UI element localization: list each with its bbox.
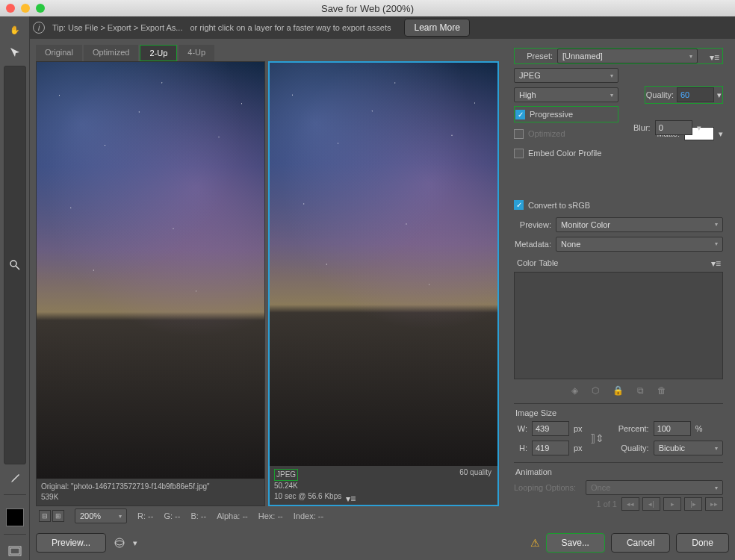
quality-preset-select[interactable]: High▾ — [514, 87, 618, 102]
tip-text-1: Tip: Use File > Export > Export As... — [52, 23, 182, 32]
looping-label: Looping Options: — [514, 483, 581, 492]
blur-input[interactable] — [655, 120, 692, 135]
browser-preview-icon[interactable] — [112, 537, 127, 549]
quality-input[interactable] — [677, 87, 714, 102]
metadata-value: None — [561, 240, 580, 249]
save-button[interactable]: Save... — [546, 533, 605, 553]
titlebar: Save for Web (200%) — [0, 0, 735, 16]
image-size-header: Image Size — [514, 407, 723, 420]
original-size: 539K — [41, 492, 260, 503]
settings-panel: Preset: [Unnamed]▾ ▾≡ JPEG▾ High▾ Qualit… — [508, 45, 729, 515]
metadata-label: Metadata: — [514, 240, 551, 249]
embed-profile-label: Embed Color Profile — [528, 149, 601, 158]
quality-preset-value: High — [519, 90, 536, 99]
status-bar: ⊟ ⊞ 200%▾ R: -- G: -- B: -- Alpha: -- He… — [36, 508, 511, 524]
svg-point-4 — [115, 538, 124, 547]
preset-label: Preset: — [515, 52, 553, 60]
tool-column: ✋ — [0, 16, 30, 560]
zoom-in-icon[interactable]: ⊞ — [52, 510, 64, 522]
tab-4up[interactable]: 4-Up — [179, 45, 214, 61]
metadata-select[interactable]: None▾ — [556, 237, 723, 252]
resample-quality-label: Quality: — [612, 444, 649, 452]
optimize-menu-icon[interactable]: ▾≡ — [710, 52, 722, 60]
optimized-quality-text: 60 quality — [459, 468, 491, 476]
width-input[interactable] — [532, 421, 569, 436]
eyedropper-color-swatch[interactable] — [6, 508, 24, 526]
embed-profile-checkbox[interactable] — [514, 149, 524, 158]
format-select[interactable]: JPEG▾ — [514, 68, 618, 83]
tip-text-2: or right click on a layer for a faster w… — [190, 23, 391, 32]
blur-label: Blur: — [633, 123, 651, 132]
bottom-bar: Preview... ▾ ⚠ Save... Cancel Done — [36, 532, 729, 554]
tab-optimized[interactable]: Optimized — [84, 45, 139, 61]
lock-icon[interactable]: 🔒 — [612, 385, 624, 396]
zoom-select[interactable]: 200%▾ — [75, 508, 127, 523]
height-input[interactable] — [532, 441, 569, 455]
prev-frame-icon: ◂| — [642, 497, 660, 511]
hex-readout: Hex: -- — [258, 511, 283, 520]
color-table-label: Color Table — [517, 258, 558, 267]
learn-more-button[interactable]: Learn More — [404, 19, 469, 37]
resample-quality-select[interactable]: Bicubic▾ — [654, 441, 723, 455]
optimized-download-time: 10 sec @ 56.6 Kbps — [274, 491, 341, 502]
slice-select-tool-icon[interactable] — [4, 43, 26, 61]
preview-value: Monitor Color — [561, 220, 610, 229]
preset-select[interactable]: [Unnamed]▾ — [557, 49, 698, 63]
new-color-icon[interactable]: ⧉ — [637, 385, 644, 396]
height-label: H: — [514, 444, 527, 452]
slice-visibility-icon[interactable] — [4, 542, 26, 560]
snap-web-icon[interactable]: ◈ — [571, 385, 578, 396]
preview-pane-optimized[interactable]: 60 quality JPEG 50.24K 10 sec @ 56.6 Kbp… — [268, 61, 499, 506]
original-image[interactable] — [37, 62, 264, 479]
svg-rect-3 — [10, 548, 19, 554]
preview-button[interactable]: Preview... — [36, 533, 106, 553]
percent-unit: % — [695, 424, 703, 433]
tab-original[interactable]: Original — [36, 45, 82, 61]
blur-slider-icon[interactable]: ▾ — [697, 123, 701, 133]
info-icon: i — [33, 22, 45, 34]
first-frame-icon: ◂◂ — [621, 497, 639, 511]
resample-quality-value: Bicubic — [659, 444, 685, 452]
cancel-button[interactable]: Cancel — [611, 533, 670, 553]
format-value: JPEG — [519, 71, 541, 80]
last-frame-icon: ▸▸ — [705, 497, 723, 511]
color-table-toolbar: ◈ ⬡ 🔒 ⧉ 🗑 — [514, 382, 723, 399]
optimized-size: 50.24K — [274, 481, 493, 491]
original-caption: Original: "photo-1467173572719-f14b9fb86… — [37, 479, 264, 505]
width-unit: px — [574, 424, 583, 433]
r-readout: R: -- — [137, 511, 153, 520]
convert-srgb-checkbox[interactable]: ✓ — [514, 200, 524, 210]
g-readout: G: -- — [164, 511, 180, 520]
preset-value: [Unnamed] — [562, 52, 603, 60]
preview-select[interactable]: Monitor Color▾ — [556, 217, 723, 232]
zoom-tool-icon[interactable] — [4, 66, 26, 464]
zoom-value: 200% — [80, 511, 101, 520]
progressive-checkbox[interactable]: ✓ — [515, 110, 525, 119]
done-button[interactable]: Done — [676, 533, 729, 553]
percent-label: Percent: — [612, 424, 649, 433]
hand-tool-icon[interactable]: ✋ — [4, 21, 26, 39]
eyedropper-tool-icon[interactable] — [4, 469, 26, 487]
tab-2up[interactable]: 2-Up — [140, 45, 177, 61]
svg-line-1 — [16, 266, 19, 270]
window-title: Save for Web (200%) — [0, 3, 735, 14]
next-frame-icon: |▸ — [684, 497, 702, 511]
percent-input[interactable] — [654, 421, 691, 436]
constrain-proportions-icon[interactable]: ⟧⇕ — [587, 432, 607, 444]
width-label: W: — [514, 424, 527, 433]
optimized-format: JPEG — [274, 469, 298, 481]
color-table-menu-icon[interactable]: ▾≡ — [711, 258, 723, 266]
warning-icon[interactable]: ⚠ — [530, 537, 540, 549]
optimized-image[interactable] — [270, 63, 497, 466]
preview-tabs: Original Optimized 2-Up 4-Up — [36, 45, 214, 61]
original-filename: Original: "photo-1467173572719-f14b9fb86… — [41, 482, 260, 492]
quality-slider-icon[interactable]: ▾ — [717, 90, 722, 100]
download-speed-menu-icon[interactable]: ▾≡ — [346, 493, 358, 500]
animation-header: Animation — [514, 466, 723, 479]
zoom-out-icon[interactable]: ⊟ — [39, 510, 51, 522]
lock-color-icon[interactable]: ⬡ — [592, 385, 599, 396]
preview-pane-original[interactable]: Original: "photo-1467173572719-f14b9fb86… — [36, 61, 265, 506]
trash-icon[interactable]: 🗑 — [657, 385, 666, 396]
svg-point-0 — [10, 261, 16, 267]
browser-preview-menu-icon[interactable]: ▾ — [133, 538, 137, 548]
